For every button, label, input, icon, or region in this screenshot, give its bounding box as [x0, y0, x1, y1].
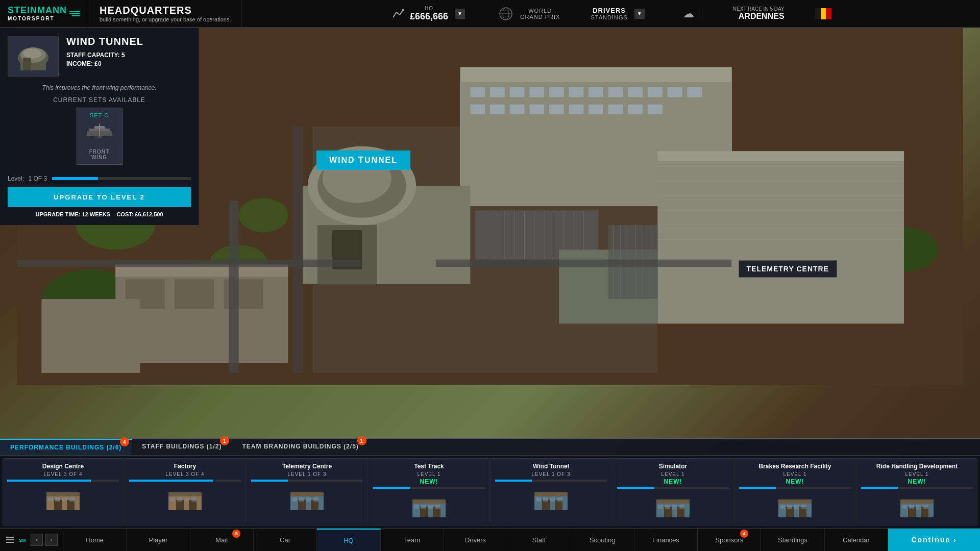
set-part-name: FRONT WING — [81, 149, 118, 160]
svg-rect-145 — [658, 505, 663, 509]
svg-rect-147 — [672, 505, 677, 509]
card-img-0 — [43, 486, 84, 514]
upgrade-button[interactable]: UPGRADE TO LEVEL 2 — [8, 187, 191, 207]
svg-rect-106 — [55, 497, 60, 502]
svg-rect-155 — [794, 505, 799, 509]
building-thumb-1 — [166, 487, 204, 513]
svg-rect-100 — [97, 136, 102, 138]
card-level-fill-6 — [739, 487, 776, 489]
svg-rect-117 — [290, 495, 324, 510]
nav-items: HomePlayerMail5CarHQTeamDriversStaffScou… — [63, 529, 888, 551]
card-name-4: Wind Tunnel — [533, 463, 569, 470]
world-grandprix-area[interactable]: WORLD GRAND PRIX — [496, 5, 560, 22]
card-level-fill-5 — [617, 487, 654, 489]
svg-rect-158 — [900, 499, 934, 504]
level-bar-fill — [52, 177, 98, 180]
card-level-fill-1 — [129, 480, 213, 482]
card-level-fill-4 — [495, 480, 532, 482]
buildings-tab-0[interactable]: PERFORMANCE BUILDINGS (2/6)4 — [0, 439, 132, 455]
card-name-3: Test Track — [414, 463, 444, 470]
wind-tunnel-map-label: WIND TUNNEL — [316, 151, 410, 170]
nav-item-standings[interactable]: Standings — [761, 529, 824, 551]
card-img-4 — [531, 486, 572, 514]
nav-item-hq[interactable]: HQ — [317, 529, 380, 551]
nav-next[interactable]: › — [45, 534, 58, 546]
svg-rect-134 — [534, 492, 568, 496]
svg-rect-149 — [778, 502, 812, 517]
nav-item-car[interactable]: Car — [254, 529, 317, 551]
nav-item-scouting[interactable]: Scouting — [571, 529, 634, 551]
nav-item-finances[interactable]: Finances — [634, 529, 698, 551]
building-card-4[interactable]: Wind Tunnel LEVEL 1 OF 3 — [491, 458, 611, 525]
card-level-bar-0 — [7, 480, 119, 482]
buildings-tabs: PERFORMANCE BUILDINGS (2/6)4STAFF BUILDI… — [0, 439, 980, 456]
building-card-7[interactable]: Ride Handling Development LEVEL 1 NEW! — [856, 458, 977, 525]
svg-rect-132 — [435, 505, 440, 509]
nav-menu-icon — [5, 535, 15, 545]
nav-prev[interactable]: ‹ — [31, 534, 43, 546]
world-icon — [496, 5, 516, 22]
drivers-dropdown[interactable]: ▼ — [634, 9, 645, 19]
svg-point-93 — [23, 48, 41, 59]
nav-item-team[interactable]: Team — [381, 529, 444, 551]
set-c-card[interactable]: SET C FRONT WING — [77, 108, 122, 165]
nav-item-staff[interactable]: Staff — [507, 529, 571, 551]
nav-item-player[interactable]: Player — [127, 529, 190, 551]
building-thumb-0 — [44, 487, 82, 513]
card-level-fill-0 — [7, 480, 91, 482]
building-thumb-5 — [654, 494, 692, 520]
card-img-6 — [775, 493, 816, 521]
svg-rect-102 — [46, 492, 80, 496]
buildings-tab-2[interactable]: TEAM BRANDING BUILDINGS (2/5)1 — [232, 439, 369, 455]
svg-text:SM: SM — [19, 538, 26, 543]
building-card-0[interactable]: Design Centre LEVEL 3 OF 4 — [3, 458, 124, 525]
nav-item-sponsors[interactable]: Sponsors4 — [698, 529, 761, 551]
drivers-standings-area[interactable]: DRIVERS STANDINGS ▼ — [591, 7, 644, 20]
building-thumb-7 — [898, 494, 936, 520]
svg-rect-164 — [923, 505, 928, 509]
card-level-7: LEVEL 1 — [905, 471, 928, 477]
svg-rect-138 — [543, 497, 548, 502]
nav-logo-small: SM — [18, 535, 28, 545]
nav-badge-sponsors: 4 — [740, 530, 748, 538]
left-panel: WIND TUNNEL STAFF CAPACITY: 5 INCOME: £0… — [0, 28, 199, 225]
card-img-3 — [409, 493, 450, 521]
svg-rect-118 — [290, 492, 324, 496]
logo-text: STEINMANN MOTORSPORT — [8, 6, 67, 21]
header-subtitle: build something, or upgrade your base of… — [100, 16, 231, 22]
card-level-4: LEVEL 1 OF 3 — [531, 471, 570, 477]
hq-money-area[interactable]: HQ £666,666 ▼ — [390, 6, 465, 22]
card-level-0: LEVEL 3 OF 4 — [43, 471, 82, 477]
continue-button[interactable]: Continue › — [888, 529, 980, 551]
nav-item-calendar[interactable]: Calendar — [825, 529, 888, 551]
header: STEINMANN MOTORSPORT HEADQUARTERS build … — [0, 0, 980, 28]
building-card-1[interactable]: Factory LEVEL 3 OF 4 — [125, 458, 246, 525]
nav-item-drivers[interactable]: Drivers — [444, 529, 507, 551]
building-thumb-2 — [288, 487, 326, 513]
card-name-1: Factory — [174, 463, 196, 470]
buildings-tab-1[interactable]: STAFF BUILDINGS (1/2)1 — [132, 439, 232, 455]
building-card-2[interactable]: Telemetry Centre LEVEL 1 OF 3 — [247, 458, 368, 525]
weather-icon: ☁ — [683, 7, 694, 20]
svg-rect-108 — [69, 497, 75, 502]
nav-item-home[interactable]: Home — [63, 529, 127, 551]
svg-rect-146 — [665, 505, 670, 509]
nav-item-mail[interactable]: Mail5 — [190, 529, 254, 551]
hq-dropdown[interactable]: ▼ — [455, 9, 465, 19]
svg-rect-140 — [557, 497, 562, 502]
svg-rect-163 — [916, 505, 921, 509]
card-level-3: LEVEL 1 — [417, 471, 440, 477]
hq-money: HQ £666,666 — [410, 6, 448, 22]
building-card-3[interactable]: Test Track LEVEL 1 NEW! — [369, 458, 489, 525]
card-level-fill-2 — [251, 480, 288, 482]
svg-rect-133 — [534, 495, 568, 510]
svg-rect-156 — [801, 505, 806, 509]
logo-lines — [69, 10, 80, 17]
building-info: WIND TUNNEL STAFF CAPACITY: 5 INCOME: £0 — [66, 36, 143, 69]
svg-rect-131 — [428, 505, 433, 509]
card-level-6: LEVEL 1 — [783, 471, 806, 477]
card-img-2 — [287, 486, 328, 514]
bottom-nav: SM ‹ › HomePlayerMail5CarHQTeamDriversSt… — [0, 528, 980, 551]
building-card-6[interactable]: Brakes Research Facility LEVEL 1 NEW! — [734, 458, 855, 525]
building-card-5[interactable]: Simulator LEVEL 1 NEW! — [612, 458, 733, 525]
